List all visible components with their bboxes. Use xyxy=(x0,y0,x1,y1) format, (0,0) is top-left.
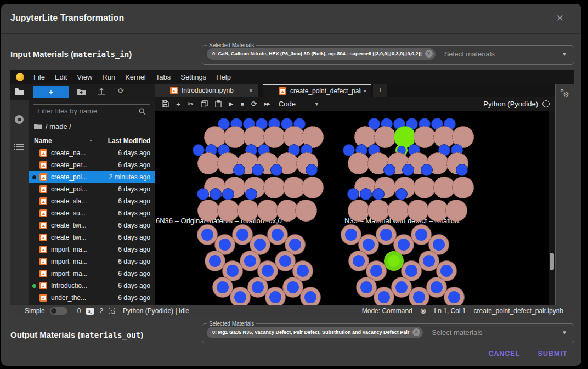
restart-kernel-icon[interactable]: ⟳ xyxy=(251,100,257,108)
atom xyxy=(376,225,396,245)
submit-button[interactable]: SUBMIT xyxy=(538,349,567,357)
column-last-modified[interactable]: Last Modified xyxy=(108,137,150,145)
input-material-chip-label: 0: GaN, Gallium Nitride, HEX (P6_3mc) 3D… xyxy=(212,51,422,56)
table-of-contents-icon[interactable] xyxy=(10,143,29,153)
output-materials-label: Output Materials (materials_out) xyxy=(10,330,143,339)
chevron-down-icon[interactable]: ▼ xyxy=(562,51,567,57)
table-row[interactable]: create_su...6 days ago xyxy=(29,207,155,219)
table-row[interactable]: create_poi...6 days ago xyxy=(29,183,155,195)
menu-item-file[interactable]: File xyxy=(29,73,50,81)
sort-asc-icon[interactable]: ▲ xyxy=(89,138,93,142)
copy-icon[interactable] xyxy=(201,100,208,107)
input-material-chip[interactable]: 0: GaN, Gallium Nitride, HEX (P6_3mc) 3D… xyxy=(207,48,436,60)
kernel-name[interactable]: Python (Pyodide) xyxy=(483,100,538,108)
folder-icon xyxy=(34,123,42,129)
cursor-position[interactable]: Ln 1, Col 1 xyxy=(434,307,466,315)
right-sidebar-strip: ⚙⚙ xyxy=(555,84,574,305)
chip-remove-icon[interactable]: ✕ xyxy=(412,328,420,336)
table-row[interactable]: create_per...6 days ago xyxy=(29,159,155,171)
atom xyxy=(452,177,474,198)
accessibility-icon[interactable]: ⊗ xyxy=(420,306,427,315)
breadcrumb[interactable]: / made / xyxy=(34,122,71,130)
table-row[interactable]: create_na...6 days ago xyxy=(29,147,155,159)
filter-files-input[interactable] xyxy=(37,105,137,116)
atom xyxy=(302,177,324,198)
atom xyxy=(360,188,372,200)
new-folder-icon[interactable] xyxy=(77,88,86,98)
atom xyxy=(427,277,446,297)
notebook-icon xyxy=(39,270,47,277)
cell-type-dropdown[interactable]: Code ▼ xyxy=(279,100,319,108)
menu-item-run[interactable]: Run xyxy=(97,73,120,81)
paste-icon[interactable] xyxy=(215,100,222,107)
output-materials-placeholder[interactable]: Select materials xyxy=(432,328,562,337)
menu-item-edit[interactable]: Edit xyxy=(50,73,72,81)
table-row[interactable]: create_poi...2 minutes ago xyxy=(29,171,155,183)
menu-bar: FileEditViewRunKernelTabsSettingsHelp xyxy=(10,70,574,84)
terminals-count[interactable]: 0 xyxy=(77,307,81,315)
simple-mode-toggle[interactable] xyxy=(50,307,67,315)
chevron-down-icon[interactable]: ▼ xyxy=(562,330,567,336)
table-row[interactable]: Introductio...6 days ago xyxy=(29,280,155,292)
atom xyxy=(197,200,219,222)
menu-item-settings[interactable]: Settings xyxy=(176,73,211,81)
kernels-count[interactable]: 2 xyxy=(99,307,103,315)
menu-item-help[interactable]: Help xyxy=(211,73,236,81)
output-materials-legend: Selected Materials xyxy=(207,321,256,327)
file-name: create_twi... xyxy=(51,234,87,241)
chip-remove-icon[interactable]: ✕ xyxy=(425,50,433,58)
run-icon[interactable]: ▶ xyxy=(229,100,233,107)
cancel-button[interactable]: CANCEL xyxy=(488,349,520,357)
atom xyxy=(374,287,394,305)
file-name: create_poi... xyxy=(51,185,87,193)
cut-icon[interactable]: ✂ xyxy=(188,100,194,108)
notebook-icon xyxy=(39,234,47,241)
notebook-icon xyxy=(279,87,286,95)
scrollbar-thumb[interactable] xyxy=(550,253,554,270)
file-name: under_the... xyxy=(51,294,86,302)
input-materials-placeholder[interactable]: Select materials xyxy=(444,50,562,58)
save-icon[interactable] xyxy=(162,100,169,107)
tab-close-icon[interactable]: ✕ xyxy=(248,87,253,94)
table-row[interactable]: create_twi...6 days ago xyxy=(29,219,155,231)
refresh-icon[interactable]: ⟳ xyxy=(118,87,124,95)
file-name: import_ma... xyxy=(51,246,88,253)
running-dot-icon xyxy=(32,284,36,288)
restart-run-all-icon[interactable]: ▶▶ xyxy=(264,101,270,106)
file-modified: 6 days ago xyxy=(118,209,150,217)
insert-cell-icon[interactable]: + xyxy=(176,100,180,109)
atom xyxy=(419,251,439,271)
atom xyxy=(245,188,257,200)
file-modified: 6 days ago xyxy=(118,161,150,169)
tab-create-point-defect-pair[interactable]: create_point_defect_pair.ip ● xyxy=(263,84,371,97)
table-row[interactable]: import_ma...6 days ago xyxy=(29,243,155,256)
selected-dot-icon xyxy=(32,175,36,179)
table-row[interactable]: create_twi...6 days ago xyxy=(29,231,155,243)
atom xyxy=(237,200,259,222)
menu-item-tabs[interactable]: Tabs xyxy=(151,73,176,81)
kernel-status-text[interactable]: Python (Pyodide) | Idle xyxy=(123,307,189,315)
new-launcher-button[interactable]: + xyxy=(33,86,69,98)
file-browser-icon[interactable] xyxy=(10,88,29,98)
column-name[interactable]: Name xyxy=(34,137,52,145)
file-modified: 6 days ago xyxy=(118,197,150,205)
running-kernels-icon[interactable] xyxy=(15,115,24,124)
table-row[interactable]: under_the...6 days ago xyxy=(29,292,155,304)
new-tab-button[interactable]: + xyxy=(373,84,387,97)
table-row[interactable]: import_ma...6 days ago xyxy=(29,268,155,280)
output-material-chip[interactable]: 0: Mg1 Ga35 N35, Vacancy Defect, Pair De… xyxy=(207,327,423,338)
upload-icon[interactable] xyxy=(98,88,105,98)
table-row[interactable]: import_ma...6 days ago xyxy=(29,256,155,268)
command-mode-text[interactable]: Mode: Command xyxy=(362,307,412,315)
notebook-toolbar: + ✂ ▶ ■ ⟳ ▶▶ Code ▼ xyxy=(155,97,555,111)
file-list: create_na...6 days agocreate_per...6 day… xyxy=(29,147,155,305)
table-row[interactable]: create_sla...6 days ago xyxy=(29,195,155,207)
close-icon[interactable]: ✕ xyxy=(556,13,564,24)
breadcrumb-path: / made / xyxy=(46,122,71,130)
input-materials-legend: Selected Materials xyxy=(207,42,256,48)
menu-item-view[interactable]: View xyxy=(72,73,97,81)
menu-item-kernel[interactable]: Kernel xyxy=(120,73,151,81)
tab-introduction[interactable]: Introduction.ipynb ✕ xyxy=(155,84,258,97)
stop-icon[interactable]: ■ xyxy=(241,101,244,107)
jupyterlab-window: FileEditViewRunKernelTabsSettingsHelp + xyxy=(10,70,574,317)
